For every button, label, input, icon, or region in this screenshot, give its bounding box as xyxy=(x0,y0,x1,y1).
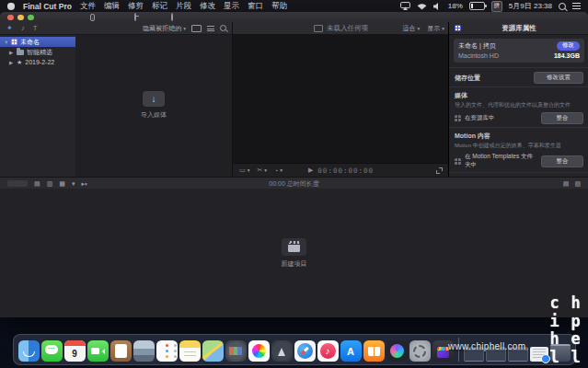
library-badge-button[interactable]: 修改 xyxy=(557,41,580,51)
dock-photo-booth-glyph xyxy=(225,340,247,362)
fcp-main-area: ✦ ♪ T ▼ 未命名 ▶ 智能精选 ▶ ★ 2019-2-22 xyxy=(0,22,588,177)
play-button[interactable]: ▶ xyxy=(308,167,313,174)
dock-system-preferences-glyph xyxy=(409,340,431,362)
apple-logo-icon[interactable] xyxy=(7,3,15,10)
close-window-button[interactable] xyxy=(7,15,14,21)
dock-system-preferences-icon[interactable] xyxy=(409,340,431,362)
fcp-window: ↓ ✦ ♪ T ▼ 未命名 ▶ 智能精选 xyxy=(0,12,588,317)
dock-photos-icon[interactable] xyxy=(248,340,270,362)
dock-maps-icon[interactable] xyxy=(202,340,224,362)
viewer-title: 未载入任何项 xyxy=(327,24,368,33)
input-method-icon[interactable]: 拼 xyxy=(491,1,502,12)
dock-facetime-icon[interactable] xyxy=(87,340,109,362)
viewer-pane: 未载入任何项 适合 ▾ 显示 ▾ ▭▾ ✂▾ ◔▾ ▶ 00:00:00:00 xyxy=(232,22,449,177)
dock-contacts-icon[interactable] xyxy=(110,340,132,362)
menu-view[interactable]: 显示 xyxy=(224,1,239,12)
clip-appearance-icon[interactable] xyxy=(191,25,202,32)
timeline-duration: 00:00 总时间长度 xyxy=(0,179,588,189)
sidebar-item-smart-collections[interactable]: ▶ 智能精选 xyxy=(0,47,75,57)
dock-calendar-glyph: 9 xyxy=(64,340,86,362)
consolidate-motion-button[interactable]: 整合 xyxy=(541,155,583,167)
photos-audio-tab-icon[interactable]: ♪ xyxy=(21,24,25,32)
menu-modify[interactable]: 修改 xyxy=(200,1,215,12)
dock-notes-icon[interactable] xyxy=(179,340,201,362)
battery-percent: 18% xyxy=(448,2,463,10)
battery-icon[interactable] xyxy=(469,2,485,10)
zoom-window-button[interactable] xyxy=(28,15,34,21)
menu-app-name[interactable]: Final Cut Pro xyxy=(23,2,72,11)
menu-clock[interactable]: 5月9日 23:38 xyxy=(509,1,552,11)
dock-messages-glyph xyxy=(41,340,63,362)
zoom-fit-popup[interactable]: 适合 ▾ xyxy=(403,24,421,33)
menu-clip[interactable]: 片段 xyxy=(176,1,191,12)
keyword-editor-icon[interactable] xyxy=(134,13,136,21)
fullscreen-icon[interactable] xyxy=(436,167,443,174)
viewer-controls-bar: ▭▾ ✂▾ ◔▾ ▶ 00:00:00:00 xyxy=(233,163,449,177)
modify-settings-button[interactable]: 修改设置 xyxy=(534,72,583,84)
minimize-window-button[interactable] xyxy=(17,15,24,21)
notification-center-icon[interactable] xyxy=(572,3,581,10)
logo-letter: p xyxy=(565,313,586,331)
airplay-icon[interactable] xyxy=(400,2,410,10)
menu-file[interactable]: 文件 xyxy=(80,1,96,12)
sidebar-item-event[interactable]: ▶ ★ 2019-2-22 xyxy=(0,57,75,67)
dock-preview-icon[interactable] xyxy=(133,340,155,362)
dock-reminders-icon[interactable] xyxy=(156,340,178,362)
menu-edit[interactable]: 编辑 xyxy=(104,1,120,12)
menu-trim[interactable]: 修剪 xyxy=(128,1,144,12)
dock-safari-glyph xyxy=(294,340,316,362)
desktop: Final Cut Pro 文件 编辑 修剪 标记 片段 修改 显示 窗口 帮助… xyxy=(0,0,588,368)
import-media-label: 导入媒体 xyxy=(141,110,167,120)
dock-itunes-icon[interactable] xyxy=(317,340,339,362)
browser-search-icon[interactable] xyxy=(220,25,226,31)
view-options-popup[interactable]: 显示 ▾ xyxy=(427,24,444,33)
sidebar-item-library[interactable]: ▼ 未命名 xyxy=(0,37,75,47)
libraries-tab-icon[interactable]: ✦ xyxy=(6,24,13,32)
dock-app-store-icon[interactable] xyxy=(340,340,362,362)
dock-launchpad-icon[interactable] xyxy=(271,340,293,362)
motion-content-section: Motion 内容 Motion 中创建或自定的效果、字幕和发生器 在 Moti… xyxy=(449,127,588,172)
dock-photos-glyph xyxy=(248,340,270,362)
titles-generators-tab-icon[interactable]: T xyxy=(33,24,38,32)
menu-help[interactable]: 帮助 xyxy=(271,1,287,12)
spotlight-search-icon[interactable] xyxy=(559,3,566,10)
background-tasks-icon[interactable] xyxy=(171,13,173,21)
browser-pane: 隐藏被拒绝的▾ ↓ 导入媒体 xyxy=(75,22,232,177)
dock-reminders-glyph xyxy=(156,340,178,362)
storage-section-title: 储存位置 xyxy=(455,74,534,83)
media-section-desc: 导入的文件、代理和优化的文件以及整合的文件 xyxy=(455,102,583,109)
wifi-icon[interactable] xyxy=(417,3,427,10)
dock-messages-icon[interactable] xyxy=(41,340,63,362)
dock-calendar-icon[interactable]: 9 xyxy=(64,340,86,362)
dock-siri-icon[interactable] xyxy=(386,340,408,362)
dock-books-icon[interactable] xyxy=(363,340,385,362)
dock-contacts-glyph xyxy=(110,340,132,362)
menu-window[interactable]: 窗口 xyxy=(248,1,263,12)
media-location: 在资源库中 xyxy=(465,114,537,122)
browser-filter-popup[interactable]: 隐藏被拒绝的▾ xyxy=(143,24,186,33)
dock-maps-glyph xyxy=(202,340,224,362)
disclosure-closed-icon[interactable]: ▶ xyxy=(9,50,14,55)
dock-notes-glyph xyxy=(179,340,201,362)
storage-locations-section: 储存位置 修改设置 xyxy=(449,67,588,86)
import-media-button[interactable]: ↓ xyxy=(143,91,165,107)
event-icon: ★ xyxy=(17,59,22,65)
disclosure-open-icon[interactable]: ▼ xyxy=(4,40,8,45)
import-media-icon[interactable]: ↓ xyxy=(90,13,95,21)
dock-itunes-glyph xyxy=(317,340,339,362)
volume-icon[interactable] xyxy=(433,3,442,10)
media-section-title: 媒体 xyxy=(455,91,583,100)
inspector-library-name: 未命名 | 拷贝 xyxy=(458,41,557,51)
new-project-button[interactable] xyxy=(282,238,306,256)
dock-photo-booth-icon[interactable] xyxy=(225,340,247,362)
inspector-pane: 资源库属性 未命名 | 拷贝 修改 Macintosh HD 184.3GB 储… xyxy=(448,22,588,177)
browser-settings-icon[interactable] xyxy=(207,26,214,31)
consolidate-media-button[interactable]: 整合 xyxy=(541,112,583,124)
logo-letter: h xyxy=(565,294,586,313)
dock-finder-icon[interactable] xyxy=(18,340,40,362)
dock-safari-icon[interactable] xyxy=(294,340,316,362)
logo-letter: e xyxy=(565,330,586,349)
menu-mark[interactable]: 标记 xyxy=(152,1,167,12)
library-icon xyxy=(11,39,17,45)
disclosure-closed-icon[interactable]: ▶ xyxy=(9,60,14,65)
